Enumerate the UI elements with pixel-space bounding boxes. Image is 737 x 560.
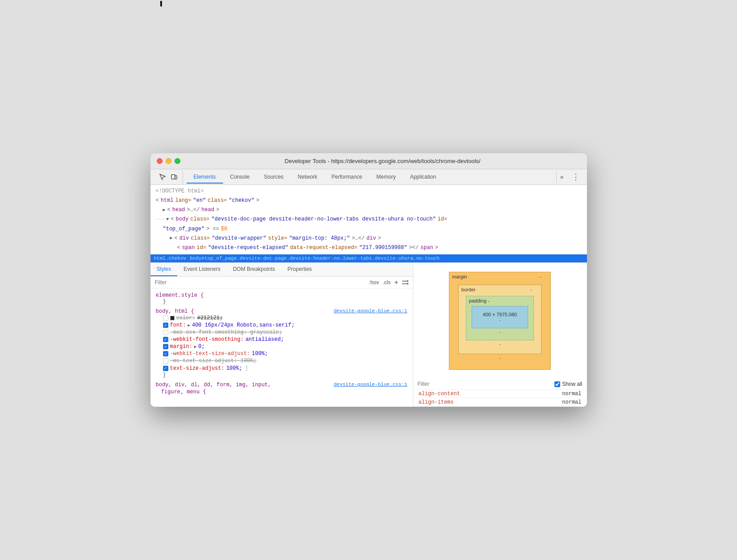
bm-content-size: 400 × 7975.080 <box>483 312 517 317</box>
bm-border-box: border - padding - 400 × 7975.080 - - - <box>458 285 542 354</box>
dom-line-body2[interactable]: "top_of_page" > == $0 <box>151 225 587 234</box>
css-file-link-1[interactable]: devsite-google-blue.css:1 <box>334 308 407 314</box>
css-prop-moz-smoothing: -moz-osx-font-smoothing: grayscale; <box>156 329 407 336</box>
css-rule-close-1: } <box>156 298 407 305</box>
bm-margin-bottom-dash: - <box>458 355 542 360</box>
add-style-button[interactable]: + <box>394 278 398 286</box>
css-rule-selector-1[interactable]: element.style { <box>156 292 407 298</box>
bm-margin-box: margin - border - padding - 400 × 7975.0… <box>449 272 551 370</box>
hov-button[interactable]: :hov <box>369 279 379 286</box>
css-checkbox-color[interactable] <box>163 315 168 321</box>
box-model: margin - border - padding - 400 × 7975.0… <box>413 263 587 379</box>
bm-padding-label: padding - <box>469 298 489 303</box>
breadcrumb-html[interactable]: html.chekov <box>154 256 187 261</box>
computed-prop-align-content[interactable]: align-content normal <box>413 390 587 398</box>
font-triangle-icon[interactable]: ▶ <box>188 323 190 328</box>
dom-panel: <!DOCTYPE html> <html lang="en" class="c… <box>151 185 587 254</box>
devtools-window: Developer Tools - https://developers.goo… <box>151 153 587 407</box>
tab-console[interactable]: Console <box>223 170 257 184</box>
breadcrumb-body[interactable]: body#top_of_page.devsite-doc-page.devsit… <box>190 256 440 261</box>
expand-div-icon[interactable]: ▶ <box>170 235 173 242</box>
tab-styles[interactable]: Styles <box>151 263 178 276</box>
css-checkbox-webkit-smoothing[interactable] <box>163 337 168 342</box>
tab-network[interactable]: Network <box>291 170 325 184</box>
css-prop-font: font: ▶ 400 16px/24px Roboto,sans-serif; <box>156 322 407 329</box>
collapse-body-icon[interactable]: ▼ <box>166 216 169 223</box>
titlebar: Developer Tools - https://developers.goo… <box>151 153 587 169</box>
devtools-menu-button[interactable]: ⋮ <box>568 169 583 184</box>
dom-line-html[interactable]: <html lang="en" class="chekov" > <box>151 196 587 205</box>
css-checkbox-moz[interactable] <box>163 330 168 335</box>
css-rule-selector-2[interactable]: body, html { devsite-google-blue.css:1 <box>156 308 407 315</box>
computed-filter-input[interactable] <box>418 381 551 387</box>
bm-border-bottom-dash: - <box>466 341 534 347</box>
css-rule-body-html: body, html { devsite-google-blue.css:1 c… <box>151 307 413 380</box>
bottom-panel: Styles Event Listeners DOM Breakpoints P… <box>151 262 587 407</box>
more-tabs-button[interactable]: » <box>556 171 567 183</box>
maximize-button[interactable] <box>175 158 180 164</box>
right-panel: margin - border - padding - 400 × 7975.0… <box>413 263 587 407</box>
dom-line-head[interactable]: ▶ <head>…</head> <box>151 205 587 215</box>
css-checkbox-font[interactable] <box>163 323 168 328</box>
css-checkbox-text-size[interactable] <box>163 366 168 371</box>
color-swatch[interactable] <box>170 316 175 320</box>
css-file-link-2[interactable]: devsite-google-blue.css:1 <box>334 382 407 387</box>
css-checkbox-ms-text[interactable] <box>163 358 168 364</box>
doctype-text: <!DOCTYPE html> <box>156 187 204 196</box>
computed-filter-bar: Show all <box>413 379 587 390</box>
bm-margin-label: margin <box>452 274 467 279</box>
traffic-lights <box>157 158 180 164</box>
minimize-button[interactable] <box>166 158 171 164</box>
window-title: Developer Tools - https://developers.goo… <box>185 158 581 164</box>
bm-padding-box: padding - 400 × 7975.080 - - <box>466 296 534 340</box>
tab-elements[interactable]: Elements <box>187 170 223 184</box>
css-rule-selector-3b: figure, menu { <box>156 388 407 395</box>
dom-line-span-elapsed[interactable]: <span id="devsite-request-elapsed" data-… <box>151 243 587 253</box>
svg-rect-1 <box>175 176 177 179</box>
bm-border-label: border <box>461 287 476 292</box>
bm-content-box: 400 × 7975.080 - <box>472 306 528 328</box>
css-prop-text-size: text-size-adjust: 100%; ⋮ <box>156 364 407 372</box>
css-prop-margin: margin: ▶ 0; <box>156 343 407 350</box>
bm-padding-bottom-dash: - <box>472 329 528 335</box>
tab-memory[interactable]: Memory <box>369 170 403 184</box>
device-toggle-button[interactable] <box>169 172 179 182</box>
dom-line-div-wrapper[interactable]: ▶ <div class="devsite-wrapper" style="ma… <box>151 234 587 243</box>
css-rule-element-style: element.style { } <box>151 290 413 307</box>
filter-bar: :hov .cls + <box>151 277 413 289</box>
tab-dom-breakpoints[interactable]: DOM Breakpoints <box>227 263 281 276</box>
show-all-checkbox[interactable] <box>554 381 560 387</box>
bm-content-sub-dash: - <box>499 317 501 323</box>
css-prop-webkit-text-size: -webkit-text-size-adjust: 100%; <box>156 350 407 357</box>
dom-line-doctype[interactable]: <!DOCTYPE html> <box>151 187 587 196</box>
tab-properties[interactable]: Properties <box>281 263 318 276</box>
filter-input[interactable] <box>155 279 366 286</box>
main-area: <!DOCTYPE html> <html lang="en" class="c… <box>151 185 587 407</box>
computed-prop-align-items[interactable]: align-items normal <box>413 398 587 407</box>
tab-performance[interactable]: Performance <box>325 170 370 184</box>
show-all-label[interactable]: Show all <box>554 381 582 387</box>
styles-panel: Styles Event Listeners DOM Breakpoints P… <box>151 263 413 407</box>
tab-list: Elements Console Sources Network Perform… <box>187 170 554 184</box>
dom-line-body1[interactable]: ··· ▼ <body class="devsite-doc-page devs… <box>151 215 587 224</box>
margin-triangle-icon[interactable]: ▶ <box>194 344 196 349</box>
toolbar: Elements Console Sources Network Perform… <box>151 169 587 185</box>
toolbar-icons <box>154 169 183 184</box>
tab-application[interactable]: Application <box>403 170 444 184</box>
style-menu-icon <box>402 279 408 286</box>
breadcrumb-bar: html.chekov body#top_of_page.devsite-doc… <box>151 254 587 262</box>
bm-margin-dash: - <box>540 274 542 279</box>
panel-tabs: Styles Event Listeners DOM Breakpoints P… <box>151 263 413 277</box>
expand-head-icon[interactable]: ▶ <box>163 207 166 214</box>
css-checkbox-webkit-text[interactable] <box>163 351 168 356</box>
bm-border-dash: - <box>530 287 532 292</box>
svg-rect-0 <box>171 175 175 179</box>
inspect-element-button[interactable] <box>158 172 167 182</box>
tab-event-listeners[interactable]: Event Listeners <box>177 263 227 276</box>
close-button[interactable] <box>157 158 163 164</box>
css-checkbox-margin[interactable] <box>163 344 168 349</box>
cls-button[interactable]: .cls <box>383 279 391 286</box>
css-rule-selector-3[interactable]: body, div, dl, dd, form, img, input, dev… <box>156 382 407 388</box>
tab-sources[interactable]: Sources <box>257 170 291 184</box>
css-more-button[interactable]: ⋮ <box>244 365 249 372</box>
